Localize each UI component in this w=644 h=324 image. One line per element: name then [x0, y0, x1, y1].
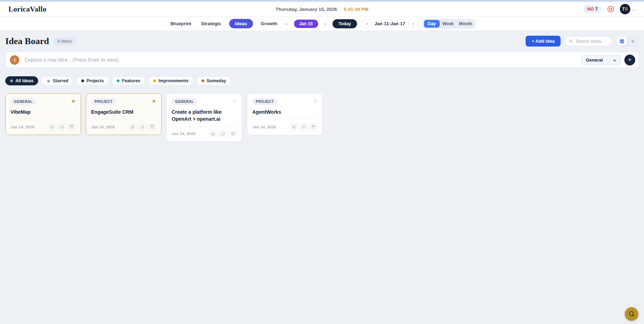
- sub-nav: BlueprintStrategicIdeasGrowth ‹ Jan 15 ›…: [0, 17, 644, 30]
- notification-count: 7: [595, 7, 598, 12]
- target-icon[interactable]: [607, 5, 615, 13]
- user-menu[interactable]: TB ⌄: [620, 4, 636, 14]
- avatar[interactable]: TB: [620, 4, 630, 14]
- capture-idea-input[interactable]: [24, 57, 581, 63]
- complete-icon[interactable]: [219, 130, 227, 137]
- filter-chip-label: Starred: [53, 78, 68, 83]
- idea-count-badge: 4 ideas: [54, 37, 76, 45]
- idea-card[interactable]: GENERAL ☆ Create a platform like OpenArt…: [166, 93, 242, 142]
- category-dot-icon: [81, 79, 84, 82]
- star-icon[interactable]: ★: [71, 98, 76, 104]
- date-next-chevron[interactable]: ›: [324, 21, 327, 27]
- range-prev-button[interactable]: ‹: [363, 19, 371, 28]
- card-title: AgentWorks: [252, 109, 317, 116]
- nav-tab-ideas[interactable]: Ideas: [229, 19, 253, 28]
- header-datetime: Thursday, January 15, 2026 5:41:34 PM: [276, 7, 369, 12]
- cards-grid: GENERAL ★ VibeMap Jan 14, 2026: [5, 93, 639, 142]
- card-actions: [209, 130, 237, 137]
- avatar-initial-primary: T: [622, 7, 625, 12]
- card-category-badge: PROJECT: [252, 98, 277, 105]
- nav-tab-strategic[interactable]: Strategic: [199, 19, 224, 28]
- archive-icon[interactable]: [309, 124, 317, 131]
- filter-chip-all-ideas[interactable]: All Ideas: [5, 76, 38, 85]
- card-actions: [129, 124, 156, 131]
- card-date: Jan 14, 2026: [91, 125, 115, 129]
- view-mode-segment: DayWeekMonth: [423, 19, 476, 29]
- date-prev-chevron[interactable]: ‹: [285, 21, 288, 27]
- complete-icon[interactable]: [300, 124, 308, 131]
- idea-card[interactable]: PROJECT ★ EngageSuite CRM Jan 14, 2026: [86, 93, 162, 135]
- filter-chip-starred[interactable]: ★ Starred: [41, 76, 73, 85]
- add-idea-button[interactable]: + Add Idea: [526, 36, 561, 47]
- lightbulb-icon: [10, 55, 19, 65]
- archive-icon[interactable]: [148, 124, 156, 131]
- category-dot-icon: [153, 79, 156, 82]
- filter-chip-improvements[interactable]: Improvements: [148, 76, 193, 85]
- card-date: Jan 14, 2026: [11, 125, 34, 129]
- nav-tab-growth[interactable]: Growth: [259, 19, 279, 28]
- filter-chip-projects[interactable]: Projects: [76, 76, 109, 85]
- card-footer: Jan 14, 2026: [172, 126, 237, 137]
- app-logo: LoricaVallo: [8, 5, 47, 14]
- current-day-pill[interactable]: Jan 15: [294, 20, 318, 28]
- card-category-badge: GENERAL: [11, 98, 36, 105]
- card-footer: Jan 14, 2026: [11, 120, 76, 131]
- list-icon: ≡: [631, 38, 635, 44]
- filter-chips: All Ideas ★ Starred Projects Features Im…: [5, 76, 639, 85]
- card-date: Jan 14, 2026: [252, 125, 276, 129]
- card-top-row: GENERAL ☆: [172, 98, 237, 105]
- archive-icon[interactable]: [229, 130, 237, 137]
- board-actions: + Add Idea ≡: [526, 36, 639, 47]
- complete-icon[interactable]: [58, 124, 66, 131]
- datetime-divider: [340, 7, 341, 12]
- shield-download-icon: [628, 310, 635, 318]
- search-input[interactable]: [575, 38, 608, 44]
- star-icon[interactable]: ☆: [232, 98, 237, 104]
- edit-icon[interactable]: [48, 124, 56, 131]
- edit-icon[interactable]: [129, 124, 137, 131]
- capture-add-button[interactable]: +: [624, 55, 635, 65]
- search-box[interactable]: [564, 36, 612, 46]
- filter-chip-someday[interactable]: Someday: [197, 76, 231, 85]
- nav-tabs: BlueprintStrategicIdeasGrowth: [169, 19, 280, 28]
- search-icon: [569, 39, 573, 43]
- star-icon[interactable]: ★: [152, 98, 156, 104]
- category-dot-icon: [10, 79, 13, 82]
- idea-card[interactable]: GENERAL ★ VibeMap Jan 14, 2026: [5, 93, 81, 135]
- edit-icon[interactable]: [290, 124, 298, 131]
- card-footer: Jan 14, 2026: [252, 120, 317, 131]
- card-top-row: PROJECT ☆: [252, 98, 317, 105]
- view-mode-month[interactable]: Month: [457, 20, 474, 28]
- today-button[interactable]: Today: [333, 19, 357, 28]
- board-header: Idea Board 4 ideas + Add Idea ≡: [0, 30, 644, 51]
- star-icon: ★: [46, 79, 50, 83]
- category-select-wrap: General ⌄: [581, 55, 621, 65]
- edit-icon[interactable]: [209, 130, 217, 137]
- card-actions: [290, 124, 317, 131]
- range-next-button[interactable]: ›: [409, 19, 417, 28]
- archive-icon[interactable]: [68, 124, 76, 131]
- week-range-label: Jan 11-Jan 17: [375, 21, 405, 26]
- star-icon[interactable]: ☆: [313, 98, 317, 104]
- shield-fab-button[interactable]: [625, 307, 638, 321]
- notification-badge[interactable]: NO 7: [583, 5, 602, 13]
- view-toggle: ≡: [616, 36, 639, 46]
- nav-tab-blueprint[interactable]: Blueprint: [169, 19, 193, 28]
- view-mode-day[interactable]: Day: [424, 20, 440, 28]
- view-mode-week[interactable]: Week: [440, 20, 456, 28]
- idea-card[interactable]: PROJECT ☆ AgentWorks Jan 14, 2026: [247, 93, 323, 135]
- app-header: LoricaVallo Thursday, January 15, 2026 5…: [0, 2, 644, 17]
- card-date: Jan 14, 2026: [172, 132, 196, 136]
- filter-chip-label: Features: [122, 78, 140, 83]
- current-date: Thursday, January 15, 2026: [276, 7, 337, 12]
- list-view-button[interactable]: ≡: [628, 37, 638, 45]
- category-select[interactable]: General: [581, 55, 621, 65]
- week-range-control: ‹ Jan 11-Jan 17 ›: [363, 19, 417, 28]
- card-footer: Jan 14, 2026: [91, 120, 156, 131]
- header-right-cluster: NO 7 TB ⌄: [583, 4, 636, 14]
- complete-icon[interactable]: [138, 124, 146, 131]
- page-title: Idea Board: [5, 36, 49, 47]
- grid-view-button[interactable]: [617, 37, 627, 45]
- filter-chip-features[interactable]: Features: [112, 76, 145, 85]
- grid-icon: [619, 39, 624, 44]
